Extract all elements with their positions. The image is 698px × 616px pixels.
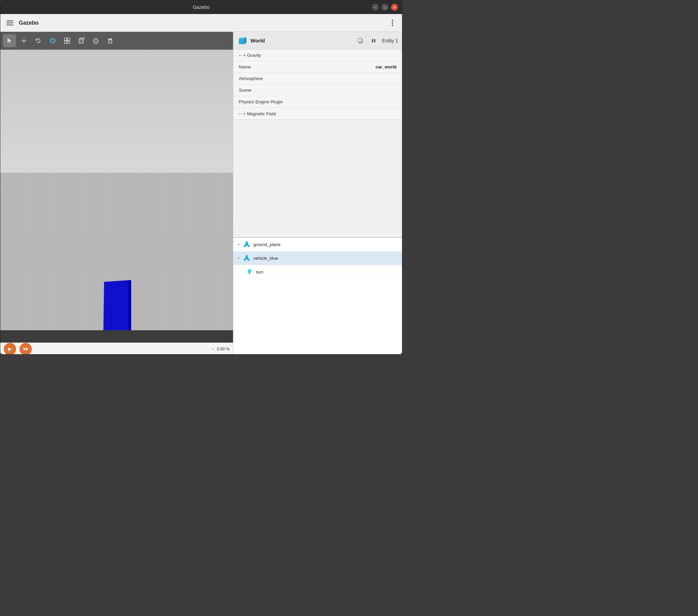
app-title: Gazebo <box>19 20 39 26</box>
name-value: car_world <box>376 64 397 69</box>
svg-rect-5 <box>67 38 70 40</box>
fast-forward-button[interactable] <box>20 343 32 355</box>
move-tool-button[interactable] <box>17 34 30 47</box>
kebab-dot-3 <box>392 25 393 26</box>
rotate-tool-button[interactable] <box>46 34 59 47</box>
copy-button[interactable] <box>356 36 365 46</box>
svg-point-1 <box>50 38 55 43</box>
ground-plane <box>0 173 233 330</box>
svg-point-28 <box>246 255 248 257</box>
3d-scene[interactable] <box>0 50 233 343</box>
ground-plane-expand: + <box>237 242 240 246</box>
window-title: Gazebo <box>193 4 209 10</box>
svg-point-30 <box>248 259 250 261</box>
tools-bar <box>0 32 233 50</box>
kebab-dot-2 <box>392 22 393 24</box>
magnetic-label: + Magnetic Field <box>243 111 397 116</box>
svg-point-22 <box>244 245 246 247</box>
vehicle-blue-name: vehicle_blue <box>253 256 278 261</box>
pause-button[interactable] <box>369 36 378 46</box>
content-area: ▶ ← 0.00 % <box>0 32 402 355</box>
entity-list: + ground_plane + <box>233 237 402 355</box>
name-row: Name car_world <box>233 61 402 73</box>
entity-row-vehicle-blue[interactable]: + vehicle_blue <box>233 252 402 265</box>
vehicle-blue-expand: + <box>237 256 240 260</box>
svg-point-37 <box>249 270 250 272</box>
svg-rect-17 <box>358 38 362 42</box>
hamburger-line-3 <box>7 25 13 25</box>
progress-display: ← 0.00 % <box>211 347 230 351</box>
box-tool-button[interactable] <box>75 34 88 47</box>
ground-plane-icon <box>243 241 250 248</box>
sky-background <box>0 50 233 173</box>
svg-point-23 <box>248 245 250 247</box>
progress-value: 0.00 % <box>217 347 230 351</box>
svg-rect-19 <box>374 39 376 42</box>
cylinder-tool-button[interactable] <box>104 34 117 47</box>
svg-rect-36 <box>249 273 250 274</box>
progress-arrow: ← <box>211 347 216 351</box>
sun-icon <box>246 268 253 275</box>
undo-button[interactable] <box>32 34 45 47</box>
grid-toggle-button[interactable] <box>61 34 74 47</box>
svg-rect-6 <box>64 41 67 43</box>
maximize-button[interactable]: □ <box>382 4 388 11</box>
kebab-dot-1 <box>392 20 393 21</box>
world-title: World <box>250 38 352 43</box>
world-properties: + + Gravity Name car_world Atmosphere Sc… <box>233 50 402 120</box>
minimize-button[interactable]: − <box>372 4 379 11</box>
play-icon: ▶ <box>8 346 12 351</box>
right-panel: World Entity 1 + + Gravity <box>233 32 402 355</box>
ground-plane-name: ground_plane <box>253 242 281 247</box>
atmosphere-row[interactable]: Atmosphere <box>233 73 402 85</box>
magnetic-row[interactable]: + + Magnetic Field <box>233 108 402 119</box>
props-spacer <box>233 120 402 237</box>
world-header: World Entity 1 <box>233 32 402 50</box>
svg-point-21 <box>246 241 248 243</box>
physics-row[interactable]: Physics Engine Plugin <box>233 96 402 108</box>
kebab-menu-button[interactable] <box>387 17 398 28</box>
hamburger-menu-button[interactable] <box>4 17 15 28</box>
close-button[interactable]: ✕ <box>391 4 398 11</box>
bottom-bar: ▶ ← 0.00 % <box>0 343 233 355</box>
sphere-tool-button[interactable] <box>89 34 102 47</box>
svg-point-29 <box>244 259 246 261</box>
title-bar: Gazebo − □ ✕ <box>0 0 402 14</box>
main-toolbar: Gazebo <box>0 14 402 32</box>
world-icon <box>237 36 247 46</box>
svg-rect-18 <box>372 39 373 42</box>
svg-rect-4 <box>64 38 67 40</box>
entity-row-ground-plane[interactable]: + ground_plane <box>233 238 402 252</box>
svg-rect-15 <box>239 39 244 44</box>
atmosphere-label: Atmosphere <box>239 76 397 81</box>
svg-point-2 <box>50 40 55 42</box>
hamburger-line-1 <box>7 21 13 21</box>
gravity-row[interactable]: + + Gravity <box>233 50 402 61</box>
scene-label: Scene <box>239 88 397 93</box>
gravity-label: + Gravity <box>243 53 397 58</box>
svg-point-9 <box>93 39 98 43</box>
svg-point-0 <box>23 40 25 41</box>
svg-rect-7 <box>67 41 70 43</box>
select-tool-button[interactable] <box>3 34 16 47</box>
entity-label: Entity 1 <box>382 38 398 43</box>
3d-viewport: ▶ ← 0.00 % <box>0 32 233 355</box>
hamburger-line-2 <box>7 23 13 23</box>
play-button[interactable]: ▶ <box>4 343 16 355</box>
svg-rect-35 <box>249 273 250 273</box>
magnetic-expand-icon: + <box>239 112 241 116</box>
scene-row[interactable]: Scene <box>233 85 402 96</box>
vehicle-blue-icon <box>243 254 250 262</box>
entity-row-sun[interactable]: sun <box>233 265 402 279</box>
svg-point-12 <box>108 39 112 40</box>
name-label: Name <box>239 64 376 69</box>
sun-name: sun <box>256 269 263 274</box>
svg-rect-8 <box>79 39 83 43</box>
physics-label: Physics Engine Plugin <box>239 99 397 104</box>
window-controls: − □ ✕ <box>372 4 398 11</box>
vehicle-blue-model <box>103 280 131 330</box>
gravity-expand-icon: + <box>239 53 241 57</box>
